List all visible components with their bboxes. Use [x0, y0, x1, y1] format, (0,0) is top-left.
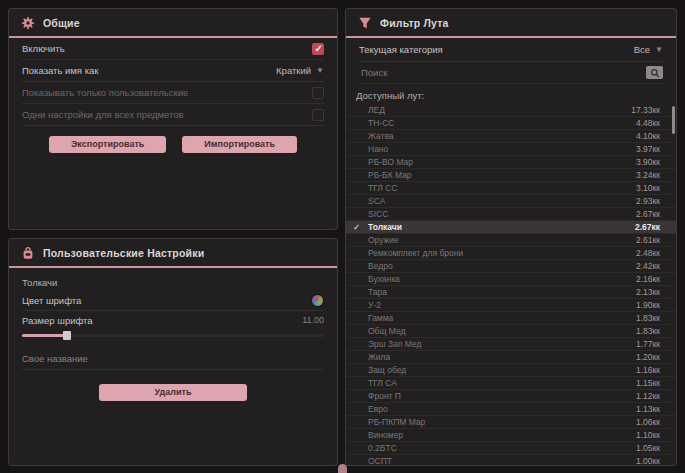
setting-row-enable: Включить [22, 38, 324, 60]
loot-item-value: 2.61кк [636, 235, 660, 245]
loot-row[interactable]: ✓ Гамма 1.83кк [346, 312, 676, 325]
loot-item-value: 17.33кк [631, 105, 660, 115]
import-button[interactable]: Импортировать [182, 136, 297, 153]
chevron-down-icon: ▼ [655, 45, 663, 54]
loot-item-name: Защ обед [368, 365, 406, 375]
panel-custom-title: Пользовательские Настройки [43, 247, 204, 259]
panel-custom-header: Пользовательские Настройки [9, 239, 337, 268]
loot-item-value: 1.00кк [636, 456, 660, 466]
loot-row[interactable]: ✓ Евро 1.13кк [346, 403, 676, 416]
loot-row[interactable]: ✓ ТГЛ СА 1.15кк [346, 377, 676, 390]
loot-row[interactable]: ✓ Фронт П 1.12кк [346, 390, 676, 403]
loot-item-value: 2.67кк [636, 209, 660, 219]
delete-button[interactable]: Удалить [99, 384, 247, 401]
loot-item-value: 4.10кк [636, 131, 660, 141]
loot-item-name: РБ-ПКПМ Мар [368, 417, 425, 427]
enable-checkbox[interactable] [312, 43, 324, 55]
search-icon [649, 67, 661, 79]
loot-item-name: Буханка [368, 274, 400, 284]
font-size-value: 11.00 [302, 315, 324, 325]
loot-scrollbar[interactable] [672, 106, 675, 466]
loot-row[interactable]: ✓ Эрш Зап Мед 1.77кк [346, 338, 676, 351]
loot-row[interactable]: ✓ У-2 1.90кк [346, 299, 676, 312]
loot-item-value: 1.06кк [636, 417, 660, 427]
category-value: Все [634, 44, 650, 55]
loot-item-value: 3.24кк [636, 170, 660, 180]
loot-row[interactable]: ✓ Виномер 1.10кк [346, 429, 676, 442]
loot-item-value: 3.10кк [636, 183, 660, 193]
loot-item-name: ЛЕД [368, 105, 385, 115]
loot-row[interactable]: ✓ Тара 2.13кк [346, 286, 676, 299]
loot-item-name: Жатва [368, 131, 394, 141]
font-size-slider[interactable] [22, 330, 324, 340]
loot-row[interactable]: ✓ ТН-СС 4.48кк [346, 117, 676, 130]
category-select[interactable]: Все ▼ [634, 44, 663, 55]
loot-item-value: 1.20кк [636, 352, 660, 362]
category-label: Текущая категория [359, 44, 443, 55]
font-color-label: Цвет шрифта [22, 295, 81, 306]
loot-item-name: ТГЛ СА [368, 378, 397, 388]
same-settings-checkbox[interactable] [312, 109, 324, 121]
font-color-row: Цвет шрифта [22, 290, 324, 311]
only-custom-checkbox[interactable] [312, 87, 324, 99]
loot-item-value: 3.90кк [636, 157, 660, 167]
loot-item-value: 2.16кк [636, 274, 660, 284]
loot-item-name: ТН-СС [368, 118, 394, 128]
loot-item-value: 1.05кк [636, 443, 660, 453]
loot-row[interactable]: ✓ РБ-ВО Мар 3.90кк [346, 156, 676, 169]
loot-item-name: ТГЛ СС [368, 183, 398, 193]
loot-row[interactable]: ✓ Общ Мед 1.83кк [346, 325, 676, 338]
font-size-row: Размер шрифта 11.00 [22, 311, 324, 329]
loot-list: ✓ ЛЕД 17.33кк ✓ ТН-СС 4.48кк ✓ Жатва 4.1… [346, 104, 676, 466]
loot-row[interactable]: ✓ Оружие 2.61кк [346, 234, 676, 247]
loot-item-name: Общ Мед [368, 326, 406, 336]
loot-item-name: ОСПТ [368, 456, 392, 466]
name-mode-value: Краткий [276, 65, 311, 76]
loot-item-value: 2.42кк [636, 261, 660, 271]
delete-row: Удалить [9, 384, 337, 401]
search-button[interactable] [646, 66, 663, 79]
loot-row[interactable]: ✓ Нано 3.97кк [346, 143, 676, 156]
loot-row[interactable]: ✓ Ремкомплект для брони 2.48кк [346, 247, 676, 260]
loot-row[interactable]: ✓ Жатва 4.10кк [346, 130, 676, 143]
loot-row[interactable]: ✓ Ведро 2.42кк [346, 260, 676, 273]
same-settings-label: Одни настройки для всех предметов [22, 109, 184, 120]
loot-item-value: 1.77кк [636, 339, 660, 349]
loot-item-name: SICC [368, 209, 388, 219]
loot-row[interactable]: ✓ 0.2BTC 1.05кк [346, 442, 676, 455]
loot-item-name: Виномер [368, 430, 403, 440]
loot-row[interactable]: ✓ ЛЕД 17.33кк [346, 104, 676, 117]
search-input[interactable] [359, 66, 646, 79]
loot-item-name: У-2 [368, 300, 381, 310]
loot-row[interactable]: ✓ ТГЛ СС 3.10кк [346, 182, 676, 195]
scrollbar-thumb[interactable] [672, 106, 675, 134]
loot-item-value: 1.90кк [636, 300, 660, 310]
export-button[interactable]: Экспортировать [49, 136, 166, 153]
loot-row[interactable]: ✓ Буханка 2.16кк [346, 273, 676, 286]
loot-row[interactable]: ✓ SICC 2.67кк [346, 208, 676, 221]
loot-row[interactable]: ✓ ОСПТ 1.00кк [346, 455, 676, 466]
gear-icon [21, 16, 35, 30]
backpack-icon [21, 246, 35, 260]
loot-item-value: 1.16кк [636, 365, 660, 375]
loot-row[interactable]: ✓ РБ-БК Мар 3.24кк [346, 169, 676, 182]
loot-row[interactable]: ✓ РБ-ПКПМ Мар 1.06кк [346, 416, 676, 429]
panel-custom-settings: Пользовательские Настройки Толкачи Цвет … [8, 238, 338, 466]
loot-row[interactable]: ✓ Жила 1.20кк [346, 351, 676, 364]
panel-general-title: Общие [43, 17, 80, 29]
loot-item-name: Ведро [368, 261, 393, 271]
loot-item-name: Жила [368, 352, 390, 362]
loot-item-value: 1.13кк [636, 404, 660, 414]
setting-row-only-custom: Показывать только пользовательские [22, 82, 324, 104]
custom-name-input[interactable] [22, 350, 324, 370]
slider-handle[interactable] [63, 331, 71, 340]
loot-row[interactable]: ✓ Толкачи 2.67кк [346, 221, 676, 234]
funnel-icon [358, 16, 372, 30]
loot-item-value: 2.93кк [636, 196, 660, 206]
loot-item-name: Фронт П [368, 391, 401, 401]
loot-row[interactable]: ✓ SCA 2.93кк [346, 195, 676, 208]
name-mode-select[interactable]: Краткий ▼ [276, 65, 324, 76]
loot-row[interactable]: ✓ Защ обед 1.16кк [346, 364, 676, 377]
color-wheel-icon[interactable] [311, 294, 324, 307]
bottom-grip-icon[interactable] [338, 464, 347, 473]
